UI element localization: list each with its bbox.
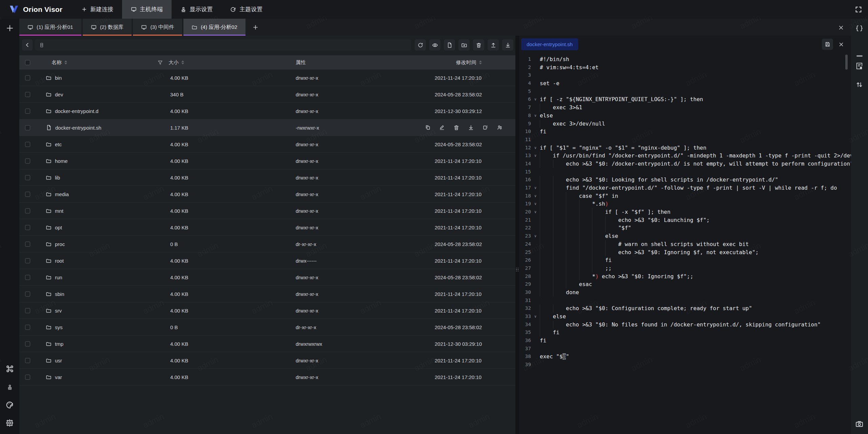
command-icon[interactable] <box>5 364 14 373</box>
row-checkbox[interactable] <box>25 109 30 114</box>
close-icon[interactable] <box>837 23 845 32</box>
row-checkbox[interactable] <box>25 341 30 346</box>
row-permission-icon[interactable] <box>497 125 502 131</box>
row-move-icon[interactable] <box>482 125 488 131</box>
fold-chevron-icon[interactable]: ∨ <box>531 232 540 240</box>
path-root-icon[interactable] <box>39 42 44 48</box>
row-copy-icon[interactable] <box>425 125 431 131</box>
file-name[interactable]: srv <box>55 308 62 314</box>
file-bookmark-icon[interactable] <box>855 61 864 71</box>
column-header-size[interactable]: 大小 <box>156 59 281 66</box>
file-name[interactable]: home <box>55 158 68 164</box>
file-name[interactable]: usr <box>55 358 62 363</box>
file-row[interactable]: root4.00 KBdrwx------2021-11-24 17:20:10 <box>19 252 515 269</box>
download-button[interactable] <box>502 39 513 51</box>
file-row[interactable]: etc4.00 KBdrwxr-xr-x2024-05-28 23:58:02 <box>19 136 515 153</box>
file-row[interactable]: mnt4.00 KBdrwxr-xr-x2021-11-24 17:20:10 <box>19 203 515 219</box>
row-checkbox[interactable] <box>25 208 30 213</box>
file-name[interactable]: docker-entrypoint.sh <box>55 125 101 131</box>
editor-close-icon[interactable] <box>835 39 847 50</box>
file-name[interactable]: var <box>55 374 62 380</box>
save-button[interactable] <box>822 39 833 50</box>
file-row[interactable]: srv4.00 KBdrwxr-xr-x2021-11-24 17:20:10 <box>19 302 515 319</box>
swap-vertical-icon[interactable] <box>855 80 864 89</box>
file-name[interactable]: lib <box>55 175 60 181</box>
fold-chevron-icon[interactable]: ∨ <box>531 95 540 103</box>
row-checkbox[interactable] <box>25 192 30 197</box>
file-row[interactable]: proc0 Bdr-xr-xr-x2024-05-28 23:58:02 <box>19 236 515 252</box>
row-checkbox[interactable] <box>25 142 30 147</box>
file-row[interactable]: usr4.00 KBdrwxr-xr-x2021-11-24 17:20:10 <box>19 352 515 369</box>
file-name[interactable]: root <box>55 258 64 264</box>
new-file-button[interactable] <box>444 39 455 51</box>
fold-chevron-icon[interactable]: ∨ <box>531 192 540 200</box>
row-checkbox[interactable] <box>25 275 30 280</box>
select-all-checkbox[interactable] <box>25 60 30 65</box>
filter-icon[interactable] <box>157 60 163 65</box>
refresh-button[interactable] <box>415 39 426 51</box>
add-tab-button[interactable] <box>247 19 264 36</box>
row-checkbox[interactable] <box>25 125 30 130</box>
fold-chevron-icon[interactable]: ∨ <box>531 208 540 216</box>
file-row[interactable]: docker-entrypoint.sh1.17 KB-rwxrwxr-x <box>19 119 515 136</box>
row-checkbox[interactable] <box>25 242 30 247</box>
stamp-icon[interactable] <box>5 382 14 392</box>
file-name[interactable]: proc <box>55 241 65 247</box>
fold-chevron-icon[interactable]: ∨ <box>531 184 540 192</box>
back-button[interactable] <box>22 39 33 51</box>
file-name[interactable]: dev <box>55 92 63 97</box>
eye-button[interactable] <box>429 39 440 51</box>
column-header-time[interactable]: 修改时间 <box>417 59 515 66</box>
editor-scrollbar[interactable] <box>845 55 848 70</box>
file-row[interactable]: home4.00 KBdrwxr-xr-x2021-11-24 17:20:10 <box>19 153 515 169</box>
row-download-icon[interactable] <box>468 125 474 131</box>
palette-icon[interactable] <box>5 400 14 410</box>
editor-file-tab[interactable]: docker-entrypoint.sh <box>521 38 578 50</box>
sort-carets[interactable] <box>479 60 482 64</box>
sort-carets[interactable] <box>181 60 184 64</box>
nav-item[interactable]: 主机终端 <box>122 0 172 19</box>
upload-button[interactable] <box>488 39 499 51</box>
terminal-tab[interactable]: (3) 中间件 <box>133 19 182 36</box>
nav-item[interactable]: 新建连接 <box>73 0 122 19</box>
file-row[interactable]: lib4.00 KBdrwxr-xr-x2021-11-24 17:20:10 <box>19 169 515 186</box>
row-checkbox[interactable] <box>25 308 30 313</box>
nav-item[interactable]: 显示设置 <box>172 0 221 19</box>
file-name[interactable]: media <box>55 191 69 197</box>
file-name[interactable]: etc <box>55 141 62 147</box>
delete-button[interactable] <box>473 39 484 51</box>
file-name[interactable]: tmp <box>55 341 63 347</box>
row-checkbox[interactable] <box>25 175 30 180</box>
row-checkbox[interactable] <box>25 358 30 363</box>
row-checkbox[interactable] <box>25 375 30 380</box>
fold-chevron-icon[interactable]: ∨ <box>531 200 540 208</box>
file-name[interactable]: run <box>55 275 62 280</box>
file-row[interactable]: sys0 Bdr-xr-xr-x2024-05-28 23:58:02 <box>19 319 515 336</box>
braces-icon[interactable] <box>855 24 864 33</box>
panel-splitter[interactable] <box>515 36 519 434</box>
row-checkbox[interactable] <box>25 75 30 80</box>
file-row[interactable]: dev340 Bdrwxr-xr-x2024-05-28 23:58:02 <box>19 86 515 103</box>
row-edit-icon[interactable] <box>439 125 445 131</box>
screenshot-camera-icon[interactable] <box>855 419 864 428</box>
file-row[interactable]: var4.00 KBdrwxr-xr-x2021-11-24 17:20:10 <box>19 369 515 385</box>
file-name[interactable]: bin <box>55 75 62 81</box>
fold-chevron-icon[interactable]: ∨ <box>531 152 540 160</box>
gear-icon[interactable] <box>5 418 14 428</box>
file-name[interactable]: mnt <box>55 208 63 214</box>
panel-collapse-handle[interactable] <box>856 55 863 57</box>
row-checkbox[interactable] <box>25 258 30 263</box>
terminal-tab[interactable]: (2) 数据库 <box>83 19 132 36</box>
row-delete-icon[interactable] <box>453 125 459 131</box>
path-input[interactable] <box>35 39 411 51</box>
file-name[interactable]: docker-entrypoint.d <box>55 108 98 114</box>
row-checkbox[interactable] <box>25 325 30 330</box>
fold-chevron-icon[interactable]: ∨ <box>531 313 540 321</box>
column-header-name[interactable]: 名称 <box>36 59 156 66</box>
file-name[interactable]: opt <box>55 225 62 230</box>
file-row[interactable]: docker-entrypoint.d4.00 KBdrwxr-xr-x2021… <box>19 103 515 119</box>
file-row[interactable]: run4.00 KBdrwxr-xr-x2024-05-28 23:58:02 <box>19 269 515 286</box>
nav-item[interactable]: 主题设置 <box>221 0 271 19</box>
file-row[interactable]: tmp4.00 KBdrwxrwxrwx2021-12-30 03:29:10 <box>19 336 515 352</box>
file-row[interactable]: sbin4.00 KBdrwxr-xr-x2021-11-24 17:20:10 <box>19 286 515 302</box>
